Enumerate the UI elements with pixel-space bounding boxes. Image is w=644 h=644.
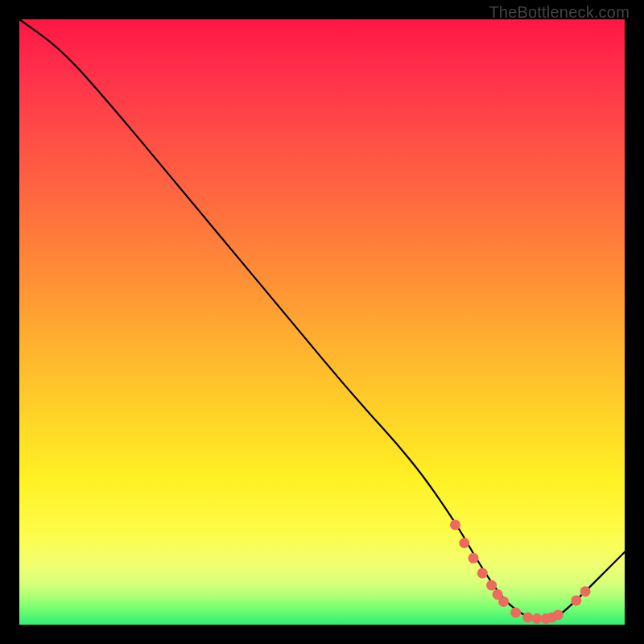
marker-dot [580,586,591,597]
marker-dot [486,580,497,591]
chart-svg [19,19,625,625]
marker-dot [553,609,564,620]
watermark-text: TheBottleneck.com [489,3,630,22]
marker-dot [469,553,479,564]
marker-dot [477,568,488,579]
plot-area [19,19,625,625]
marker-dot [510,607,521,617]
marker-dot [522,612,533,622]
curve-path [19,19,625,618]
marker-dot [450,519,460,530]
marker-dot [498,597,509,607]
marker-dot [459,538,469,548]
markers-group [450,519,591,624]
marker-dot [571,595,581,605]
marker-dot [531,613,542,624]
